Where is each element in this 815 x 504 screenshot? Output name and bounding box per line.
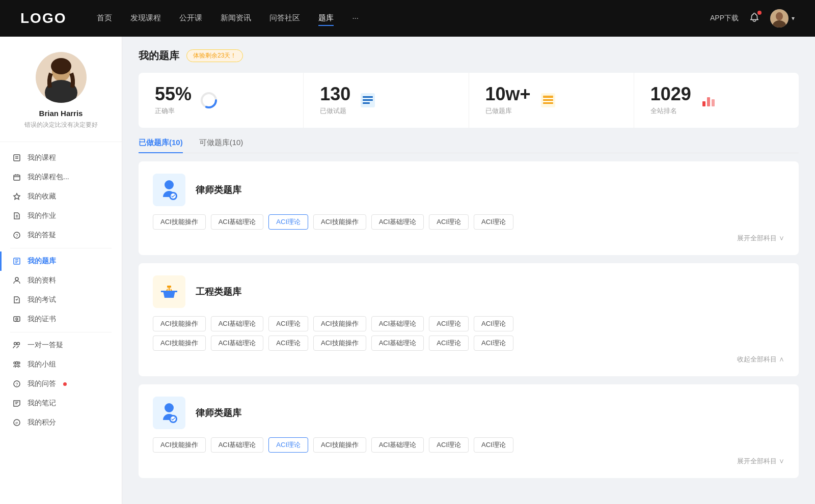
sidebar-item-my-notes[interactable]: 我的笔记: [0, 394, 122, 413]
profile-name: Brian Harris: [39, 109, 83, 118]
divider-1: [10, 248, 112, 248]
nav-qa[interactable]: 问答社区: [269, 11, 300, 26]
sidebar-label-my-points: 我的积分: [28, 418, 56, 427]
svg-rect-48: [543, 102, 553, 104]
user-avatar: [770, 9, 789, 27]
sidebar-label-my-group: 我的小组: [28, 360, 56, 369]
tag-eng1-r2-5[interactable]: ACI理论: [429, 335, 469, 351]
tag-lawyer2-4[interactable]: ACI基础理论: [371, 437, 424, 453]
user-avatar-wrap[interactable]: ▾: [770, 9, 795, 27]
svg-point-23: [15, 277, 18, 281]
sidebar-item-my-profile[interactable]: 我的资料: [0, 271, 122, 290]
tag-lawyer2-5[interactable]: ACI理论: [429, 437, 469, 453]
sidebar-label-my-homework: 我的作业: [28, 211, 56, 220]
sidebar-item-one-on-one[interactable]: 一对一答疑: [0, 335, 122, 355]
list-icon: [359, 91, 377, 109]
tag-eng1-r1-4[interactable]: ACI基础理论: [371, 316, 424, 331]
tag-eng1-r1-0[interactable]: ACI技能操作: [153, 316, 206, 331]
logo: LOGO: [20, 10, 66, 26]
tag-eng1-r2-0[interactable]: ACI技能操作: [153, 335, 206, 351]
stat-accuracy-value: 55%: [155, 85, 192, 103]
qbank-lawyer-icon-wrap: [153, 174, 185, 206]
tag-eng1-r2-1[interactable]: ACI基础理论: [211, 335, 264, 351]
tag-lawyer2-6[interactable]: ACI理论: [474, 437, 513, 453]
expand-link-lawyer-2[interactable]: 展开全部科目 ∨: [153, 457, 784, 466]
svg-rect-43: [363, 99, 373, 101]
tag-lawyer1-0[interactable]: ACI技能操作: [153, 214, 206, 230]
tab-done[interactable]: 已做题库(10): [139, 138, 183, 153]
qbank-name-engineer-1: 工程类题库: [196, 286, 241, 298]
sidebar-item-my-cert[interactable]: 我的证书: [0, 310, 122, 329]
tag-eng1-r1-6[interactable]: ACI理论: [474, 316, 513, 331]
svg-point-1: [776, 12, 783, 20]
sidebar-label-one-on-one: 一对一答疑: [28, 341, 63, 350]
sidebar-item-my-points[interactable]: P 我的积分: [0, 413, 122, 432]
profile-motto: 错误的决定比没有决定要好: [24, 121, 98, 129]
app-download-button[interactable]: APP下载: [710, 14, 739, 23]
expand-link-lawyer-1[interactable]: 展开全部科目 ∨: [153, 234, 784, 243]
qbank-engineer-icon-wrap: [153, 275, 185, 308]
sidebar-item-my-favorites[interactable]: 我的收藏: [0, 187, 122, 206]
svg-rect-10: [14, 175, 20, 180]
svg-text:?: ?: [15, 382, 18, 387]
tag-lawyer1-4[interactable]: ACI基础理论: [371, 214, 424, 230]
tag-eng1-r1-3[interactable]: ACI技能操作: [313, 316, 366, 331]
tag-lawyer1-5[interactable]: ACI理论: [429, 214, 469, 230]
sidebar-item-my-packages[interactable]: 我的课程包...: [0, 167, 122, 187]
nav-home[interactable]: 首页: [97, 11, 112, 26]
svg-rect-42: [363, 96, 373, 98]
donut-chart-icon: [200, 91, 218, 109]
star-icon: [12, 192, 21, 201]
tag-lawyer2-3[interactable]: ACI技能操作: [313, 437, 366, 453]
lawyer-icon: [157, 178, 181, 202]
notification-bell[interactable]: [749, 12, 760, 25]
svg-point-32: [18, 362, 20, 364]
sidebar-item-my-group[interactable]: 我的小组: [0, 355, 122, 374]
sidebar-item-my-homework[interactable]: 我的作业: [0, 206, 122, 226]
svg-rect-49: [543, 95, 553, 97]
tag-lawyer1-6[interactable]: ACI理论: [474, 214, 513, 230]
qbank-tags-engineer-1-row2: ACI技能操作 ACI基础理论 ACI理论 ACI技能操作 ACI基础理论 AC…: [153, 335, 784, 351]
tag-eng1-r2-3[interactable]: ACI技能操作: [313, 335, 366, 351]
sidebar-item-my-qa[interactable]: ? 我的答疑: [0, 226, 122, 245]
nav-more[interactable]: ···: [352, 11, 359, 26]
sidebar-item-my-questions[interactable]: ? 我的问答: [0, 374, 122, 394]
tag-lawyer2-2[interactable]: ACI理论: [268, 437, 308, 453]
nav-news[interactable]: 新闻资讯: [221, 11, 251, 26]
tag-lawyer1-2[interactable]: ACI理论: [268, 214, 308, 230]
tag-lawyer1-1[interactable]: ACI基础理论: [211, 214, 264, 230]
nav-public[interactable]: 公开课: [179, 11, 202, 26]
sidebar-label-my-exam: 我的考试: [28, 295, 56, 304]
profile-icon: [12, 276, 21, 285]
nav-links: 首页 发现课程 公开课 新闻资讯 问答社区 题库 ···: [97, 11, 710, 26]
tag-lawyer1-3[interactable]: ACI技能操作: [313, 214, 366, 230]
tag-eng1-r2-4[interactable]: ACI基础理论: [371, 335, 424, 351]
sidebar-item-my-exam[interactable]: 我的考试: [0, 290, 122, 310]
tag-eng1-r2-2[interactable]: ACI理论: [268, 335, 308, 351]
rank-svg: [699, 91, 718, 109]
tag-eng1-r1-2[interactable]: ACI理论: [268, 316, 308, 331]
sidebar: Brian Harris 错误的决定比没有决定要好 我的课程 我的课程包...: [0, 37, 122, 504]
nav-discover[interactable]: 发现课程: [130, 11, 161, 26]
chevron-down-icon: ▾: [792, 15, 795, 22]
stat-done-text: 130 已做试题: [320, 85, 350, 116]
stat-rank-text: 1029 全站排名: [650, 85, 691, 116]
divider-2: [10, 332, 112, 332]
tag-lawyer2-1[interactable]: ACI基础理论: [211, 437, 264, 453]
main-layout: Brian Harris 错误的决定比没有决定要好 我的课程 我的课程包...: [0, 37, 815, 504]
svg-text:?: ?: [15, 233, 18, 238]
tag-eng1-r1-5[interactable]: ACI理论: [429, 316, 469, 331]
profile-avatar-image: [36, 52, 87, 103]
nav-qbank[interactable]: 题库: [318, 11, 334, 26]
collapse-link-engineer-1[interactable]: 收起全部科目 ∧: [153, 355, 784, 364]
sidebar-item-my-courses[interactable]: 我的课程: [0, 148, 122, 167]
profile-section: Brian Harris 错误的决定比没有决定要好: [0, 52, 122, 142]
tag-eng1-r1-1[interactable]: ACI基础理论: [211, 316, 264, 331]
tab-todo[interactable]: 可做题库(10): [199, 138, 243, 153]
exam-icon: [12, 295, 21, 304]
sidebar-label-my-qbank: 我的题库: [28, 257, 56, 266]
sidebar-item-my-qbank[interactable]: 我的题库: [0, 251, 122, 271]
tag-lawyer2-0[interactable]: ACI技能操作: [153, 437, 206, 453]
qbank-tags-lawyer-2: ACI技能操作 ACI基础理论 ACI理论 ACI技能操作 ACI基础理论 AC…: [153, 437, 784, 453]
tag-eng1-r2-6[interactable]: ACI理论: [474, 335, 513, 351]
